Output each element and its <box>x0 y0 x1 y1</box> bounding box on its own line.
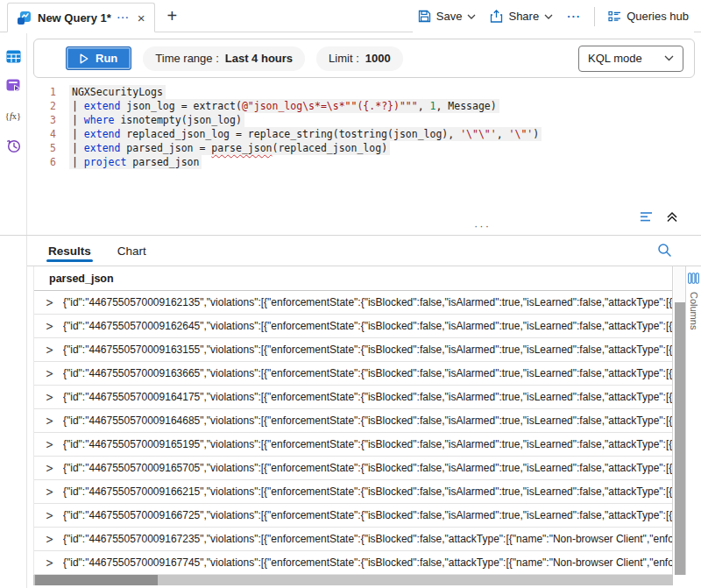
table-row[interactable]: >{"id":"4467550570009162645","violations… <box>34 315 672 338</box>
row-json-text: {"id":"4467550570009164685","violations"… <box>63 414 672 427</box>
format-lines-icon[interactable] <box>638 209 655 224</box>
code-text: | project parsed_json <box>69 155 202 169</box>
functions-icon[interactable]: {fx} <box>4 107 23 124</box>
horizontal-scrollbar-thumb[interactable] <box>35 575 158 585</box>
line-number: 2 <box>33 99 56 113</box>
line-number: 1 <box>33 85 56 99</box>
table-row[interactable]: >{"id":"4467550570009162135","violations… <box>34 291 672 315</box>
limit-value: 1000 <box>365 52 391 65</box>
save-chevron-down-icon <box>467 14 476 19</box>
query-toolbar: Run Time range : Last 4 hours Limit : 10… <box>33 39 695 78</box>
code-line[interactable]: 6| project parsed_json <box>33 155 692 169</box>
editor-footer-icons <box>638 209 680 224</box>
expand-row-icon[interactable]: > <box>46 296 55 308</box>
tab-bar: New Query 1* ··· × + Save <box>0 0 701 32</box>
table-row[interactable]: >{"id":"4467550570009167235","violations… <box>34 528 672 551</box>
table-row[interactable]: >{"id":"4467550570009163155","violations… <box>34 338 672 362</box>
save-icon <box>418 10 431 23</box>
run-button[interactable]: Run <box>66 46 131 70</box>
share-button[interactable]: Share <box>485 6 558 26</box>
queries-hub-icon <box>608 11 621 23</box>
expand-row-icon[interactable]: > <box>46 367 55 379</box>
queries-hub-button[interactable]: Queries hub <box>603 6 694 26</box>
kql-mode-select[interactable]: KQL mode <box>578 46 683 72</box>
row-json-text: {"id":"4467550570009164175","violations"… <box>63 391 672 403</box>
editor-lines: 1NGXSecurityLogs2| extend json_log = ext… <box>33 85 692 169</box>
columns-icon <box>688 273 699 284</box>
connections-table-icon[interactable] <box>4 47 23 65</box>
table-row[interactable]: >{"id":"4467550570009165705","violations… <box>34 457 672 480</box>
query-editor[interactable]: 1NGXSecurityLogs2| extend json_log = ext… <box>33 85 692 209</box>
row-json-text: {"id":"4467550570009167235","violations"… <box>63 533 672 545</box>
tab-more-icon[interactable]: ··· <box>117 13 130 23</box>
tab-chart[interactable]: Chart <box>117 236 146 266</box>
code-line[interactable]: 2| extend json_log = extract(@"json_log\… <box>33 99 692 113</box>
code-line[interactable]: 4| extend replaced_json_log = replace_st… <box>33 127 692 141</box>
share-icon <box>490 10 503 23</box>
expand-row-icon[interactable]: > <box>46 556 55 569</box>
table-row[interactable]: >{"id":"4467550570009166215","violations… <box>34 480 672 504</box>
tab-results[interactable]: Results <box>48 236 91 266</box>
expand-row-icon[interactable]: > <box>46 391 55 403</box>
table-row[interactable]: >{"id":"4467550570009164685","violations… <box>34 409 672 433</box>
limit-label: Limit : <box>329 52 359 65</box>
code-text: | where isnotempty(json_log) <box>69 113 244 127</box>
kusto-query-window: New Query 1* ··· × + Save <box>0 0 701 588</box>
expand-row-icon[interactable]: > <box>46 344 55 356</box>
expand-row-icon[interactable]: > <box>46 320 55 332</box>
expand-row-icon[interactable]: > <box>46 485 55 498</box>
time-range-pill[interactable]: Time range : Last 4 hours <box>143 46 305 71</box>
code-line[interactable]: 5| extend parsed_json = parse_json(repla… <box>33 141 692 155</box>
queries-hub-label: Queries hub <box>627 10 689 23</box>
vertical-scrollbar-thumb[interactable] <box>675 302 685 575</box>
table-row[interactable]: >{"id":"4467550570009164175","violations… <box>34 386 672 409</box>
code-line[interactable]: 1NGXSecurityLogs <box>33 85 692 99</box>
limit-pill[interactable]: Limit : 1000 <box>316 46 403 71</box>
tab-title: New Query 1* <box>38 11 111 25</box>
horizontal-scrollbar[interactable] <box>33 575 673 585</box>
table-row[interactable]: >{"id":"4467550570009167745","violations… <box>34 551 672 575</box>
search-results-icon[interactable] <box>657 243 672 260</box>
code-text: | extend replaced_json_log = replace_str… <box>69 127 542 141</box>
table-row[interactable]: >{"id":"4467550570009166725","violations… <box>34 504 672 528</box>
results-tab-bar: Results Chart <box>33 236 648 266</box>
actions-divider <box>594 7 595 26</box>
collapse-editor-chevron-up-icon[interactable] <box>664 209 680 224</box>
tab-close-icon[interactable]: × <box>138 11 145 25</box>
history-icon[interactable] <box>4 137 23 154</box>
expand-row-icon[interactable]: > <box>46 533 55 545</box>
left-rail: {fx} <box>0 33 27 588</box>
code-text: NGXSecurityLogs <box>69 85 166 99</box>
tab-bar-actions: Save Share ··· <box>413 0 694 32</box>
kql-mode-chevron-down-icon <box>664 55 674 61</box>
code-line[interactable]: 3| where isnotempty(json_log) <box>33 113 692 127</box>
panel-resize-handle[interactable]: ··· <box>474 220 491 231</box>
table-row[interactable]: >{"id":"4467550570009163665","violations… <box>34 362 672 386</box>
results-table-body: >{"id":"4467550570009162135","violations… <box>34 291 672 575</box>
row-json-text: {"id":"4467550570009163155","violations"… <box>63 344 672 356</box>
expand-row-icon[interactable]: > <box>46 509 55 521</box>
line-number: 4 <box>33 127 56 141</box>
saved-scripts-icon[interactable] <box>4 77 23 95</box>
play-icon <box>80 53 89 64</box>
more-actions-button[interactable]: ··· <box>562 6 586 26</box>
line-number: 6 <box>33 155 56 169</box>
line-number: 5 <box>33 141 56 155</box>
expand-row-icon[interactable]: > <box>46 414 55 427</box>
row-json-text: {"id":"4467550570009165705","violations"… <box>63 462 672 474</box>
vertical-scrollbar[interactable] <box>674 266 685 575</box>
share-chevron-down-icon <box>544 14 553 19</box>
expand-row-icon[interactable]: > <box>46 438 55 450</box>
tab-new-query[interactable]: New Query 1* ··· × <box>7 3 155 32</box>
row-json-text: {"id":"4467550570009167745","violations"… <box>63 556 672 569</box>
columns-panel-toggle[interactable]: Columns <box>685 266 701 575</box>
code-text: | extend parsed_json = parse_json(replac… <box>69 141 390 155</box>
time-range-value: Last 4 hours <box>225 52 293 65</box>
run-label: Run <box>96 52 117 65</box>
column-header-parsed-json[interactable]: parsed_json <box>34 266 672 291</box>
table-row[interactable]: >{"id":"4467550570009165195","violations… <box>34 433 672 457</box>
expand-row-icon[interactable]: > <box>46 462 55 474</box>
new-tab-button[interactable]: + <box>167 7 178 25</box>
save-button[interactable]: Save <box>413 6 482 26</box>
code-text: | extend json_log = extract(@"json_log\s… <box>69 99 499 113</box>
